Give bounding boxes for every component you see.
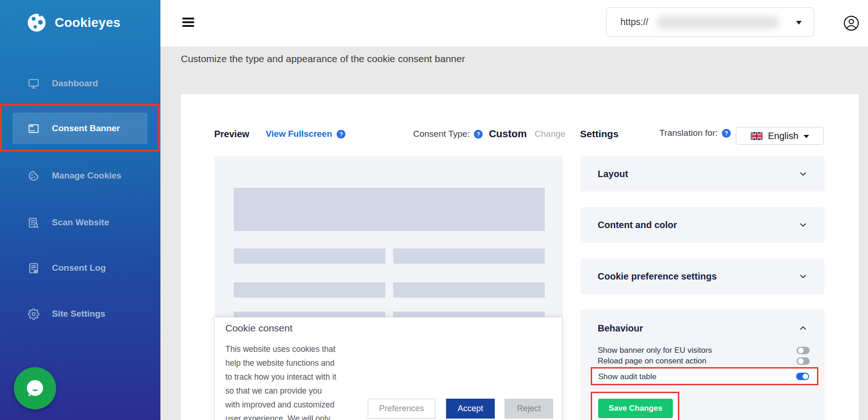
accept-button[interactable]: Accept: [446, 399, 495, 419]
log-icon: [28, 262, 39, 274]
uk-flag-icon: [751, 132, 763, 140]
popup-body-line: This website uses cookies that: [225, 342, 374, 356]
toggle-audit-table[interactable]: [796, 373, 809, 380]
sidebar-item-label: Consent Banner: [52, 123, 120, 134]
user-icon: [843, 15, 860, 32]
popup-body: This website uses cookies that help the …: [225, 342, 374, 420]
cookieyes-logo-icon: [26, 12, 47, 33]
placeholder-bar: [234, 248, 385, 264]
toggle-label-audit-table: Show audit table: [598, 372, 657, 382]
toggle-label-reload-page: Reload page on consent action: [598, 356, 706, 366]
save-changes-button[interactable]: Save Changes: [598, 399, 673, 418]
consent-type-label: Consent Type:: [413, 129, 470, 139]
url-prefix-text: https://: [620, 17, 648, 27]
caret-down-icon: [804, 135, 809, 138]
help-icon[interactable]: ?: [337, 130, 345, 139]
reject-button[interactable]: Reject: [504, 399, 553, 419]
toggle-eu-visitors[interactable]: [797, 347, 810, 354]
view-fullscreen-row: View Fullscreen ?: [266, 129, 345, 139]
accordion-content-color: Content and color: [581, 207, 824, 243]
popup-body-line: to track how you interact with it: [225, 370, 374, 384]
sidebar-item-label: Manage Cookies: [52, 171, 121, 181]
sidebar: Cookieyes Dashboard Consent Banner Manag…: [0, 0, 160, 420]
accordion-layout: Layout: [581, 156, 824, 191]
placeholder-bar: [234, 282, 385, 298]
cookie-consent-preview-popup: Cookie consent This website uses cookies…: [214, 317, 562, 420]
logo-text: Cookieyes: [55, 15, 121, 30]
monitor-icon: [28, 78, 39, 89]
user-account-button[interactable]: [843, 15, 860, 33]
annotation-box-save-changes: Save Changes: [591, 392, 679, 420]
consent-type-row: Consent Type: ? Custom Change: [413, 128, 566, 140]
site-url-dropdown[interactable]: https://: [606, 7, 814, 37]
sidebar-item-consent-banner[interactable]: Consent Banner: [13, 113, 147, 144]
cookieyes-app: Cookieyes Dashboard Consent Banner Manag…: [0, 0, 868, 420]
page-subtitle: Customize the type and appearance of the…: [181, 53, 465, 64]
change-consent-type-link[interactable]: Change: [535, 129, 566, 139]
popup-body-line: with improved and customized: [225, 398, 374, 412]
accordion-title: Cookie preference settings: [598, 271, 717, 282]
accordion-title: Behaviour: [598, 323, 643, 334]
chat-bubble-icon: [24, 377, 46, 400]
sidebar-item-site-settings[interactable]: Site Settings: [13, 301, 147, 327]
chevron-down-icon: [799, 221, 807, 229]
gear-icon: [28, 308, 39, 320]
preferences-button[interactable]: Preferences: [368, 399, 435, 419]
chevron-down-icon: [799, 272, 807, 280]
chevron-up-icon: [799, 324, 807, 332]
chat-widget-button[interactable]: [14, 367, 56, 409]
accordion-behaviour: Behaviour Show banner only for EU visito…: [581, 310, 824, 420]
view-fullscreen-link[interactable]: View Fullscreen: [266, 129, 332, 139]
scan-icon: [28, 217, 39, 229]
sidebar-item-scan-website[interactable]: Scan Website: [13, 210, 147, 235]
sidebar-item-label: Consent Log: [52, 263, 106, 273]
placeholder-block: [234, 188, 545, 231]
accordion-title: Layout: [598, 169, 628, 179]
hamburger-menu-icon[interactable]: [182, 18, 194, 29]
language-dropdown[interactable]: English: [736, 127, 824, 145]
translation-label: Translation for:: [659, 128, 718, 138]
popup-body-line: help the website functions and: [225, 356, 374, 370]
accordion-header-cookie-preference[interactable]: Cookie preference settings: [581, 259, 824, 294]
help-icon[interactable]: ?: [722, 129, 731, 138]
sidebar-item-dashboard[interactable]: Dashboard: [13, 70, 147, 96]
url-redacted-blur: [657, 16, 779, 29]
sidebar-item-label: Scan Website: [52, 217, 109, 228]
main-area: https:// Customize the type and appearan…: [160, 0, 868, 420]
popup-title: Cookie consent: [225, 323, 293, 334]
settings-title: Settings: [580, 128, 619, 140]
toggle-reload-page[interactable]: [797, 357, 810, 365]
sidebar-item-label: Site Settings: [52, 309, 105, 319]
sidebar-item-label: Dashboard: [52, 78, 98, 89]
consent-type-value: Custom: [489, 128, 527, 140]
sidebar-item-manage-cookies[interactable]: Manage Cookies: [13, 163, 147, 189]
popup-body-line: so that we can provide you: [225, 384, 374, 398]
accordion-cookie-preference: Cookie preference settings: [581, 259, 824, 294]
language-value: English: [768, 131, 798, 141]
placeholder-bar: [393, 282, 545, 298]
preview-title: Preview: [214, 129, 249, 140]
accordion-header-behaviour[interactable]: Behaviour: [581, 310, 824, 339]
accordion-title: Content and color: [598, 220, 677, 230]
sidebar-item-consent-log[interactable]: Consent Log: [13, 255, 147, 281]
chevron-down-icon: [799, 170, 807, 178]
placeholder-bar: [393, 248, 545, 264]
annotation-box-show-audit-table: Show audit table: [591, 367, 818, 385]
top-toolbar: https://: [160, 0, 868, 46]
cookie-icon: [28, 170, 39, 182]
popup-body-line: user experience. We will only: [225, 412, 374, 420]
page-subtitle-band: Customize the type and appearance of the…: [160, 46, 868, 94]
help-icon[interactable]: ?: [474, 130, 483, 139]
banner-icon: [28, 123, 39, 134]
accordion-header-layout[interactable]: Layout: [581, 156, 824, 191]
caret-down-icon: [796, 21, 802, 25]
accordion-header-content-color[interactable]: Content and color: [581, 207, 824, 242]
consent-banner-card: Preview View Fullscreen ? Consent Type: …: [181, 94, 859, 420]
logo[interactable]: Cookieyes: [26, 12, 121, 33]
banner-preview-stage: Cookie consent This website uses cookies…: [215, 156, 563, 420]
toggle-label-eu-visitors: Show banner only for EU visitors: [598, 346, 712, 355]
translation-row: Translation for: ?: [659, 128, 731, 138]
